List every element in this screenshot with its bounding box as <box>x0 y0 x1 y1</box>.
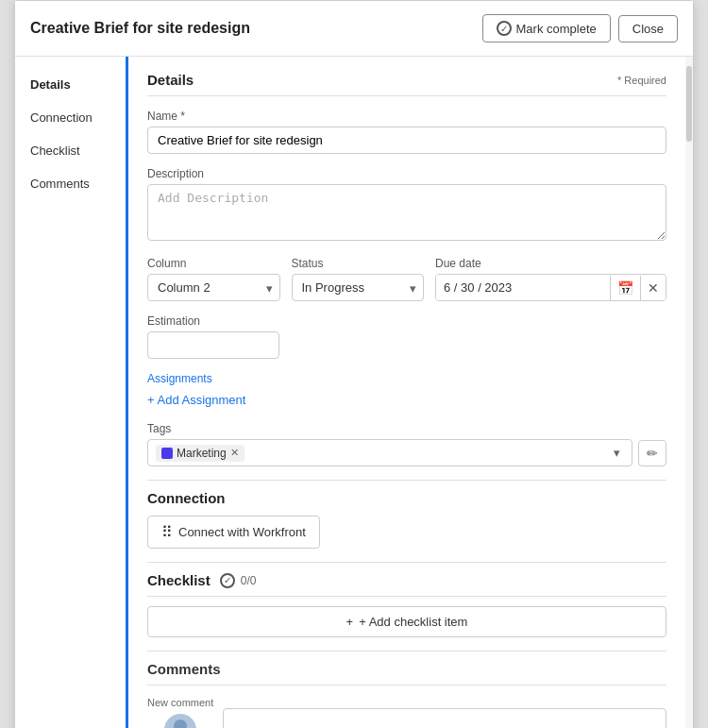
calendar-icon-button[interactable]: 📅 <box>610 276 640 300</box>
tag-name: Marketing <box>177 447 227 460</box>
estimation-label: Estimation <box>147 314 666 328</box>
details-section-title: Details <box>147 72 194 88</box>
sidebar: Details Connection Checklist Comments <box>15 57 128 728</box>
mark-complete-button[interactable]: ✓ Mark complete <box>482 14 611 42</box>
clear-date-button[interactable]: ✕ <box>640 276 666 300</box>
tag-remove-button[interactable]: ✕ <box>230 448 239 458</box>
avatar-container: New comment <box>147 697 213 728</box>
scrollbar[interactable] <box>685 57 693 728</box>
tags-group: Tags Marketing ✕ ▾ ✏ <box>147 422 666 466</box>
main-content: Details * Required Name * Description Co… <box>128 57 685 728</box>
description-textarea[interactable] <box>147 184 666 241</box>
close-label: Close <box>632 22 664 36</box>
description-field-group: Description <box>147 167 666 244</box>
due-date-input[interactable] <box>436 275 610 300</box>
date-input-wrapper: 📅 ✕ <box>435 274 666 301</box>
sidebar-item-checklist[interactable]: Checklist <box>15 134 126 167</box>
description-label: Description <box>147 167 666 180</box>
status-select[interactable]: In Progress <box>292 274 425 301</box>
comments-divider <box>147 651 666 652</box>
connect-workfront-button[interactable]: ⠿ Connect with Workfront <box>147 516 320 549</box>
checklist-divider <box>147 562 666 563</box>
checklist-section: Checklist ✓ 0/0 + + Add checklist item <box>147 572 666 637</box>
checklist-check-icon: ✓ <box>220 573 235 588</box>
scrollbar-thumb <box>686 66 692 142</box>
status-group: Status In Progress ▾ <box>292 257 425 301</box>
plus-icon: + <box>346 615 354 629</box>
modal-body: Details Connection Checklist Comments De… <box>15 57 693 728</box>
task-modal: Creative Brief for site redesign ✓ Mark … <box>14 0 694 728</box>
sidebar-item-comments[interactable]: Comments <box>15 167 126 200</box>
connection-section-title: Connection <box>147 490 226 506</box>
due-date-label: Due date <box>435 257 666 270</box>
modal-header: Creative Brief for site redesign ✓ Mark … <box>15 1 693 57</box>
tag-chip-marketing: Marketing ✕ <box>156 445 244 462</box>
chevron-down-icon: ▾ <box>614 446 620 460</box>
comments-section-title: Comments <box>147 661 221 677</box>
sidebar-item-details[interactable]: Details <box>15 68 126 101</box>
connect-workfront-label: Connect with Workfront <box>178 525 306 539</box>
tags-dropdown-button[interactable]: ▾ <box>610 444 624 462</box>
column-group: Column Column 2 ▾ <box>147 257 280 301</box>
new-comment-row: New comment <box>147 697 666 728</box>
avatar-icon <box>168 717 193 728</box>
svg-point-0 <box>174 720 187 728</box>
close-button[interactable]: Close <box>618 15 678 42</box>
tags-label: Tags <box>147 422 666 435</box>
assignments-label: Assignments <box>147 372 666 385</box>
status-select-wrapper: In Progress ▾ <box>292 274 425 301</box>
checklist-section-title: Checklist <box>147 572 211 588</box>
details-section-header: Details * Required <box>147 72 666 96</box>
checklist-header: Checklist ✓ 0/0 <box>147 572 666 597</box>
required-note: * Required <box>617 75 666 86</box>
status-label: Status <box>292 257 425 270</box>
add-checklist-label: + Add checklist item <box>359 615 467 629</box>
connection-section: Connection ⠿ Connect with Workfront <box>147 490 666 549</box>
name-input[interactable] <box>147 127 666 154</box>
add-checklist-button[interactable]: + + Add checklist item <box>147 606 666 637</box>
tags-edit-button[interactable]: ✏ <box>638 440 666 466</box>
column-label: Column <box>147 257 280 270</box>
name-label: Name * <box>147 110 666 123</box>
header-actions: ✓ Mark complete Close <box>482 14 679 42</box>
modal-title: Creative Brief for site redesign <box>30 20 250 37</box>
comments-header: Comments <box>147 661 666 686</box>
check-circle-icon: ✓ <box>497 21 512 36</box>
column-select-wrapper: Column 2 ▾ <box>147 274 280 301</box>
clear-icon: ✕ <box>648 280 659 296</box>
estimation-field-group: Estimation <box>147 314 666 359</box>
tag-color-swatch <box>161 448 173 459</box>
new-comment-label: New comment <box>147 697 213 708</box>
checklist-count: 0/0 <box>241 574 257 587</box>
tags-input-wrapper[interactable]: Marketing ✕ ▾ <box>147 439 632 466</box>
user-avatar <box>164 714 196 728</box>
workfront-icon: ⠿ <box>161 523 173 541</box>
column-status-date-row: Column Column 2 ▾ Status In Progress <box>147 257 666 301</box>
assignments-group: Assignments + Add Assignment <box>147 372 666 409</box>
add-assignment-button[interactable]: + Add Assignment <box>147 391 245 409</box>
estimation-input[interactable] <box>147 331 279 359</box>
calendar-icon: 📅 <box>617 280 633 296</box>
sidebar-item-connection[interactable]: Connection <box>15 101 126 134</box>
comment-input[interactable] <box>223 708 666 729</box>
tags-row: Marketing ✕ ▾ ✏ <box>147 439 666 466</box>
mark-complete-label: Mark complete <box>516 22 597 36</box>
name-field-group: Name * <box>147 110 666 154</box>
comments-section: Comments New comment <box>147 661 666 728</box>
connection-divider <box>147 480 666 481</box>
due-date-group: Due date 📅 ✕ <box>435 257 666 301</box>
pencil-icon: ✏ <box>647 446 658 461</box>
column-select[interactable]: Column 2 <box>147 274 280 301</box>
